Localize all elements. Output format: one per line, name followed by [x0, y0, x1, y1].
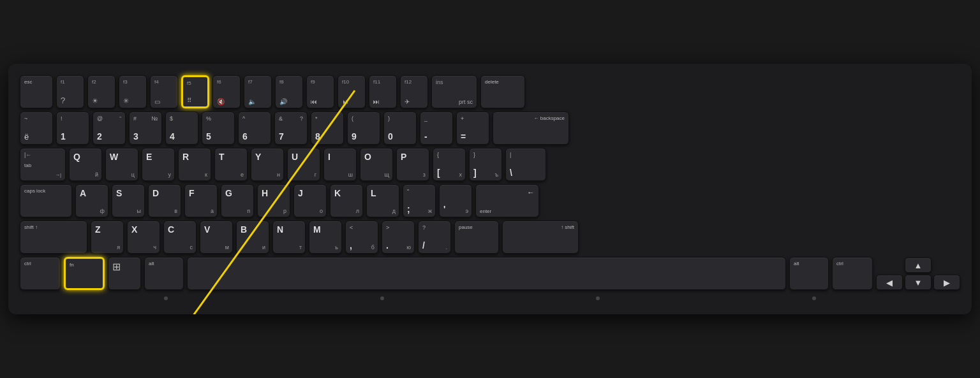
key-win[interactable]: ⊞ [108, 257, 141, 290]
key-arrow-left[interactable]: ◀ [876, 275, 903, 290]
fn-row: esc f1 ? f2 ☀ f3 ✳ f4 ▭ f5 ⠿ f6 🔇 f7 🔈 [20, 75, 960, 108]
key-backspace[interactable]: ← backspace [493, 112, 569, 145]
key-p[interactable]: P з [396, 148, 429, 181]
key-arrow-up[interactable]: ▲ [905, 258, 932, 273]
key-tab[interactable]: |← tab →| [20, 148, 66, 181]
key-k[interactable]: K л [330, 184, 363, 217]
key-f5[interactable]: f5 ⠿ [181, 75, 209, 108]
dot-3 [596, 296, 600, 300]
key-fn[interactable]: fn [64, 257, 105, 290]
key-r[interactable]: R к [178, 148, 211, 181]
key-caps-lock[interactable]: caps lock [20, 184, 72, 217]
key-space[interactable] [187, 257, 786, 290]
key-c[interactable]: C с [163, 221, 197, 254]
key-backslash[interactable]: | \ [505, 148, 546, 181]
key-esc[interactable]: esc [20, 75, 53, 108]
bottom-row: shift ↑ Z я X ч C с V м B и N т M ь [20, 221, 960, 254]
key-f6[interactable]: f6 🔇 [212, 75, 241, 108]
key-m[interactable]: M ь [309, 221, 342, 254]
key-2[interactable]: @" 2 [93, 112, 126, 145]
key-lbracket[interactable]: { [ х [433, 148, 466, 181]
key-7[interactable]: &? 7 [274, 112, 308, 145]
key-arrow-right[interactable]: ▶ [933, 275, 960, 290]
key-arrow-down[interactable]: ▼ [905, 275, 932, 290]
key-f8[interactable]: f8 🔊 [275, 75, 303, 108]
key-pause[interactable]: pause [454, 221, 499, 254]
key-shift-left[interactable]: shift ↑ [20, 221, 87, 254]
key-minus[interactable]: _ - [420, 112, 453, 145]
key-g[interactable]: G п [221, 184, 254, 217]
key-comma[interactable]: < , б [345, 221, 378, 254]
key-x[interactable]: X ч [127, 221, 160, 254]
key-shift-right[interactable]: ↑ shift [502, 221, 579, 254]
key-esc-label: esc [24, 79, 48, 85]
key-j[interactable]: J о [293, 184, 327, 217]
key-f2[interactable]: f2 ☀ [87, 75, 115, 108]
arrow-bottom-row: ◀ ▼ ▶ [876, 275, 960, 290]
arrow-cluster: ▲ ◀ ▼ ▶ [876, 258, 960, 290]
key-i[interactable]: I ш [323, 148, 357, 181]
key-semicolon[interactable]: " ; ж [403, 184, 436, 217]
key-ins-prt[interactable]: ins prt sc [431, 75, 477, 108]
key-period[interactable]: > . ю [382, 221, 415, 254]
key-delete[interactable]: delete [480, 75, 525, 108]
key-8[interactable]: * 8 [311, 112, 344, 145]
key-f3[interactable]: f3 ✳ [119, 75, 147, 108]
key-4[interactable]: $ 4 [165, 112, 198, 145]
key-s[interactable]: S ы [112, 184, 145, 217]
key-f4[interactable]: f4 ▭ [150, 75, 178, 108]
key-v[interactable]: V м [200, 221, 233, 254]
number-row: ~ ё ! 1 @" 2 #№ 3 $ 4 % 5 ^ 6 [20, 112, 960, 145]
key-slash[interactable]: ? / . [418, 221, 451, 254]
key-quote[interactable]: ' э [439, 184, 472, 217]
key-6[interactable]: ^ 6 [238, 112, 271, 145]
key-f11[interactable]: f11 ⏭ [369, 75, 397, 108]
key-9[interactable]: ( 9 [347, 112, 380, 145]
key-f1[interactable]: f1 ? [56, 75, 84, 108]
keyboard: esc f1 ? f2 ☀ f3 ✳ f4 ▭ f5 ⠿ f6 🔇 f7 🔈 [8, 64, 972, 314]
qwerty-row: |← tab →| Q й W ц E у R к T е Y н [20, 148, 960, 181]
key-0[interactable]: ) 0 [383, 112, 417, 145]
key-ctrl-right[interactable]: ctrl [832, 257, 873, 290]
key-e[interactable]: E у [142, 148, 175, 181]
key-h[interactable]: H р [257, 184, 290, 217]
key-a[interactable]: A ф [75, 184, 108, 217]
key-t[interactable]: T е [214, 148, 248, 181]
key-l[interactable]: L д [366, 184, 399, 217]
key-ctrl-left[interactable]: ctrl [20, 257, 61, 290]
key-1[interactable]: ! 1 [56, 112, 89, 145]
key-b[interactable]: B и [236, 221, 269, 254]
key-u[interactable]: U г [287, 148, 320, 181]
key-y[interactable]: Y н [251, 148, 284, 181]
key-f12[interactable]: f12 ✈ [400, 75, 428, 108]
key-f[interactable]: F а [184, 184, 218, 217]
key-5[interactable]: % 5 [202, 112, 235, 145]
key-plus[interactable]: + = [456, 112, 489, 145]
key-3[interactable]: #№ 3 [129, 112, 162, 145]
indicator-dots [20, 296, 960, 300]
dot-2 [380, 296, 384, 300]
key-alt-right[interactable]: alt [789, 257, 829, 290]
key-rbracket[interactable]: } ] ъ [469, 148, 502, 181]
home-row: caps lock A ф S ы D в F а G п H р J о [20, 184, 960, 217]
key-f9[interactable]: f9 ⏮ [306, 75, 334, 108]
key-tilde[interactable]: ~ ё [20, 112, 53, 145]
key-enter[interactable]: ← enter [475, 184, 539, 217]
key-alt-left[interactable]: alt [144, 257, 184, 290]
key-f7[interactable]: f7 🔈 [244, 75, 272, 108]
key-o[interactable]: O щ [360, 148, 393, 181]
dot-4 [812, 296, 816, 300]
dot-1 [164, 296, 168, 300]
key-q[interactable]: Q й [69, 148, 102, 181]
key-d[interactable]: D в [148, 184, 181, 217]
key-f10[interactable]: f10 ⏯ [338, 75, 366, 108]
modifier-row: ctrl fn ⊞ alt alt ctrl ▲ ◀ ▼ ▶ [20, 257, 960, 290]
key-n[interactable]: N т [272, 221, 306, 254]
key-z[interactable]: Z я [91, 221, 124, 254]
key-w[interactable]: W ц [105, 148, 138, 181]
